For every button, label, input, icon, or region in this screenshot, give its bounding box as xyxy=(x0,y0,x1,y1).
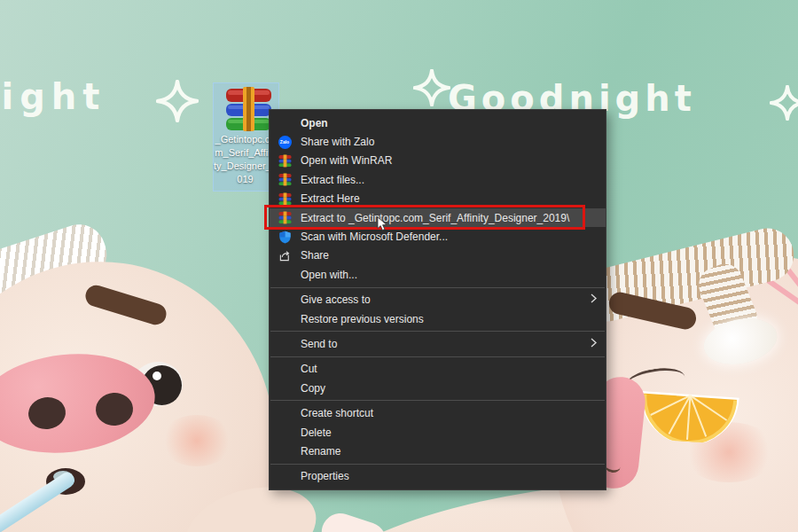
menu-item-restore-previous-versions[interactable]: Restore previous versions xyxy=(270,309,606,328)
menu-item-create-shortcut[interactable]: Create shortcut xyxy=(270,403,606,422)
no-icon xyxy=(278,362,292,376)
menu-item-copy[interactable]: Copy xyxy=(270,379,606,397)
defender-shield-icon xyxy=(278,230,292,244)
menu-item-give-access-to[interactable]: Give access to xyxy=(270,291,606,309)
no-icon xyxy=(278,406,292,420)
sparkle-icon xyxy=(156,80,199,122)
pig-trotter xyxy=(317,509,390,532)
winrar-icon xyxy=(278,192,292,206)
no-icon xyxy=(278,444,292,458)
menu-item-open-with-winrar[interactable]: Open with WinRAR xyxy=(270,152,606,170)
menu-separator xyxy=(270,400,605,401)
no-icon xyxy=(278,268,292,282)
menu-item-open-with[interactable]: Open with... xyxy=(270,265,606,284)
menu-item-send-to[interactable]: Send to xyxy=(270,334,606,353)
menu-item-share-with-zalo[interactable]: Zalo Share with Zalo xyxy=(270,132,606,151)
menu-item-scan-with-defender[interactable]: Scan with Microsoft Defender... xyxy=(270,227,606,246)
menu-item-extract-files[interactable]: Extract files... xyxy=(270,170,606,189)
no-icon xyxy=(278,381,292,395)
no-icon xyxy=(278,293,292,307)
winrar-icon xyxy=(278,153,292,168)
menu-item-open[interactable]: Open xyxy=(270,113,606,132)
desktop: night Goodnight xyxy=(0,0,798,532)
menu-item-properties[interactable]: Properties xyxy=(270,467,606,486)
menu-item-share[interactable]: Share xyxy=(270,246,606,265)
menu-item-rename[interactable]: Rename xyxy=(270,442,606,460)
mouse-cursor-icon xyxy=(377,216,389,232)
menu-separator xyxy=(270,464,605,465)
no-icon xyxy=(278,116,292,130)
menu-separator xyxy=(270,356,605,357)
winrar-archive-icon[interactable] xyxy=(225,86,272,133)
winrar-icon xyxy=(278,173,292,187)
sparkle-icon xyxy=(770,85,798,121)
no-icon xyxy=(278,312,292,326)
chevron-right-icon xyxy=(590,293,598,307)
menu-item-delete[interactable]: Delete xyxy=(270,423,606,442)
no-icon xyxy=(278,426,292,440)
left-pig-eye-glint xyxy=(153,372,161,380)
menu-separator xyxy=(270,287,605,288)
menu-separator xyxy=(270,331,605,332)
no-icon xyxy=(278,469,292,483)
share-icon xyxy=(278,248,292,262)
red-highlight-box xyxy=(264,205,585,230)
wallpaper-text-left: night xyxy=(0,76,106,117)
context-menu: Open Zalo Share with Zalo Open with WinR… xyxy=(269,109,606,490)
menu-item-cut[interactable]: Cut xyxy=(270,360,606,379)
left-pig-blush xyxy=(160,415,234,466)
no-icon xyxy=(278,337,292,351)
chevron-right-icon xyxy=(590,337,598,351)
zalo-icon: Zalo xyxy=(278,135,292,149)
sparkle-icon xyxy=(413,69,450,106)
lemon-slice xyxy=(635,383,743,445)
